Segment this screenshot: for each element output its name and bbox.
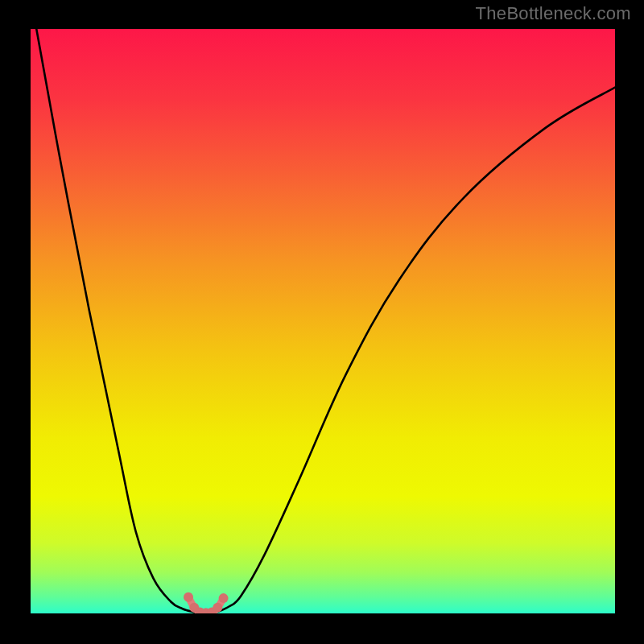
bottleneck-curve-right <box>217 88 615 612</box>
plot-area <box>31 29 615 613</box>
bottleneck-curve-left <box>36 29 194 613</box>
valley-marker <box>213 603 222 613</box>
chart-root: TheBottleneck.com <box>0 0 644 644</box>
watermark-label: TheBottleneck.com <box>476 3 631 24</box>
curves-overlay <box>31 29 615 613</box>
valley-marker <box>184 592 193 602</box>
valley-marker <box>219 593 229 603</box>
